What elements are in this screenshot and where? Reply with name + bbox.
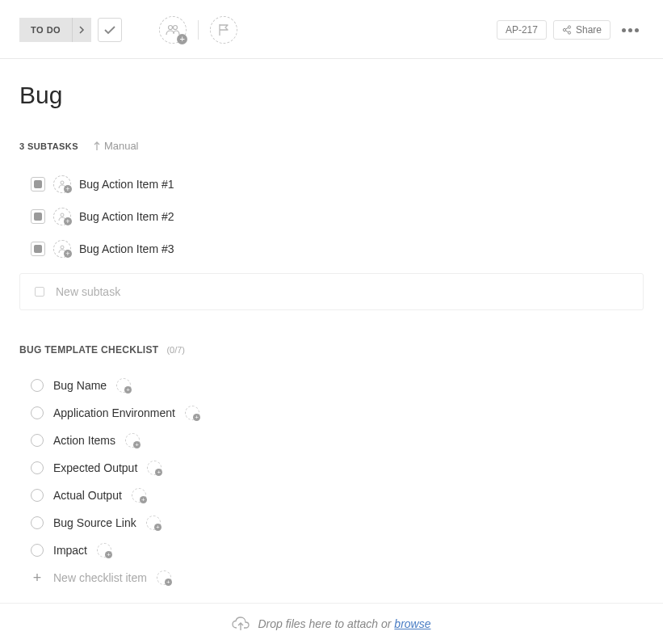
checklist-item: Application Environment + bbox=[19, 399, 644, 427]
sort-arrow-icon bbox=[93, 141, 101, 151]
dot-icon bbox=[635, 28, 639, 32]
checklist-section: BUG TEMPLATE CHECKLIST (0/7) Bug Name + … bbox=[19, 344, 644, 621]
ghost-checkbox-icon bbox=[35, 287, 44, 297]
checklist-radio[interactable] bbox=[31, 406, 44, 419]
checklist-radio[interactable] bbox=[31, 544, 44, 557]
new-subtask-row[interactable] bbox=[19, 273, 644, 310]
new-checklist-item-row[interactable]: + New checklist item + bbox=[19, 564, 644, 591]
checklist-radio[interactable] bbox=[31, 489, 44, 502]
svg-point-2 bbox=[568, 26, 570, 28]
plus-badge-icon: + bbox=[154, 524, 162, 531]
checklist-assignee-button[interactable]: + bbox=[132, 488, 146, 503]
checklist-assignee-button[interactable]: + bbox=[97, 543, 111, 558]
checklist-item: Bug Name + bbox=[19, 372, 644, 399]
checklist-radio[interactable] bbox=[31, 379, 44, 392]
ticket-id-button[interactable]: AP-217 bbox=[497, 20, 547, 40]
checklist-label[interactable]: Expected Output bbox=[53, 461, 137, 474]
plus-badge-icon: + bbox=[64, 250, 72, 258]
subtask-row: + Bug Action Item #2 bbox=[19, 200, 644, 233]
checklist-title: BUG TEMPLATE CHECKLIST bbox=[19, 344, 158, 356]
checklist-assignee-button[interactable]: + bbox=[116, 378, 131, 393]
plus-badge-icon: + bbox=[165, 579, 172, 586]
checklist-item: Bug Source Link + bbox=[19, 509, 644, 537]
svg-point-5 bbox=[61, 181, 64, 184]
plus-badge-icon: + bbox=[124, 386, 132, 394]
subtask-assignee-button[interactable]: + bbox=[53, 208, 71, 225]
new-checklist-placeholder: New checklist item bbox=[53, 571, 147, 584]
status-button[interactable]: TO DO bbox=[19, 18, 91, 42]
plus-icon: + bbox=[31, 571, 44, 584]
checklist-progress: (0/7) bbox=[166, 345, 185, 355]
subtasks-count: 3 SUBTASKS bbox=[19, 141, 78, 151]
assignees-button[interactable]: + bbox=[159, 16, 187, 44]
browse-link[interactable]: browse bbox=[394, 617, 430, 630]
ticket-id-label: AP-217 bbox=[506, 24, 538, 36]
checklist-label[interactable]: Bug Name bbox=[53, 379, 107, 392]
checklist-assignee-button[interactable]: + bbox=[146, 516, 161, 530]
plus-badge-icon: + bbox=[193, 414, 200, 421]
plus-badge-icon: + bbox=[105, 551, 112, 558]
checklist-radio[interactable] bbox=[31, 434, 44, 447]
toolbar: TO DO + AP-217 Share bbox=[0, 0, 663, 59]
complete-button[interactable] bbox=[98, 18, 122, 42]
checklist-label[interactable]: Bug Source Link bbox=[53, 516, 136, 529]
checklist-label[interactable]: Actual Output bbox=[53, 489, 122, 502]
status-label: TO DO bbox=[19, 25, 72, 35]
subtask-assignee-button[interactable]: + bbox=[53, 175, 71, 193]
checklist-assignee-button[interactable]: + bbox=[125, 433, 140, 448]
svg-point-6 bbox=[61, 213, 64, 217]
dot-icon bbox=[622, 28, 626, 32]
checklist-label[interactable]: Impact bbox=[53, 544, 87, 557]
subtasks-header: 3 SUBTASKS Manual bbox=[19, 140, 644, 152]
new-subtask-input[interactable] bbox=[56, 285, 628, 298]
checklist-item: Action Items + bbox=[19, 427, 644, 454]
subtask-assignee-button[interactable]: + bbox=[53, 240, 71, 258]
dot-icon bbox=[628, 28, 632, 32]
people-icon bbox=[166, 24, 180, 36]
subtask-status-checkbox[interactable] bbox=[31, 209, 45, 224]
subtask-label[interactable]: Bug Action Item #2 bbox=[79, 210, 174, 223]
svg-point-7 bbox=[61, 246, 64, 249]
subtask-row: + Bug Action Item #3 bbox=[19, 233, 644, 265]
svg-point-4 bbox=[568, 32, 570, 34]
svg-point-1 bbox=[174, 26, 178, 30]
checkbox-fill-icon bbox=[34, 213, 42, 221]
flag-icon bbox=[218, 23, 229, 36]
plus-badge-icon: + bbox=[140, 496, 147, 503]
check-icon bbox=[104, 26, 115, 35]
plus-badge-icon: + bbox=[177, 34, 187, 44]
plus-badge-icon: + bbox=[64, 185, 72, 193]
share-button[interactable]: Share bbox=[553, 20, 611, 40]
checklist-label[interactable]: Action Items bbox=[53, 434, 115, 447]
subtask-status-checkbox[interactable] bbox=[31, 242, 45, 256]
svg-point-0 bbox=[169, 26, 173, 30]
attachment-dropzone[interactable]: Drop files here to attach or browse bbox=[0, 603, 663, 644]
content: Bug 3 SUBTASKS Manual + Bug Action Item … bbox=[0, 59, 663, 621]
checkbox-fill-icon bbox=[34, 180, 42, 188]
checklist-assignee-button[interactable]: + bbox=[157, 570, 171, 585]
checklist-label[interactable]: Application Environment bbox=[53, 406, 175, 419]
priority-flag-button[interactable] bbox=[210, 16, 237, 44]
toolbar-divider bbox=[198, 20, 199, 40]
subtask-label[interactable]: Bug Action Item #3 bbox=[79, 242, 174, 255]
checkbox-fill-icon bbox=[34, 245, 42, 253]
sort-label: Manual bbox=[104, 140, 139, 152]
plus-badge-icon: + bbox=[155, 469, 162, 476]
checklist-item: Actual Output + bbox=[19, 482, 644, 509]
plus-badge-icon: + bbox=[64, 217, 72, 225]
plus-badge-icon: + bbox=[133, 441, 141, 448]
subtask-label[interactable]: Bug Action Item #1 bbox=[79, 178, 174, 191]
subtasks-sort-button[interactable]: Manual bbox=[93, 140, 139, 152]
checklist-radio[interactable] bbox=[31, 461, 44, 474]
more-menu-button[interactable] bbox=[617, 28, 644, 32]
checklist-items: Bug Name + Application Environment + Act… bbox=[19, 372, 644, 564]
checklist-assignee-button[interactable]: + bbox=[147, 461, 162, 475]
checklist-header: BUG TEMPLATE CHECKLIST (0/7) bbox=[19, 344, 644, 356]
page-title[interactable]: Bug bbox=[19, 82, 644, 109]
checklist-assignee-button[interactable]: + bbox=[185, 406, 199, 420]
subtask-status-checkbox[interactable] bbox=[31, 177, 45, 192]
subtask-row: + Bug Action Item #1 bbox=[19, 168, 644, 200]
checklist-radio[interactable] bbox=[31, 516, 44, 529]
dropzone-text: Drop files here to attach or browse bbox=[258, 617, 430, 630]
share-label: Share bbox=[576, 24, 602, 36]
